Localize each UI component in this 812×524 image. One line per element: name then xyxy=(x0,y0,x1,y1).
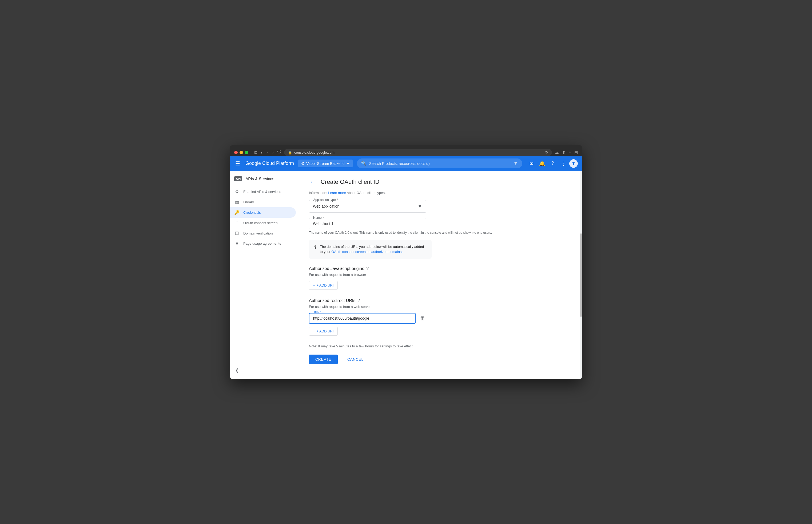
user-avatar[interactable]: T xyxy=(569,159,578,168)
sidebar-item-page-usage[interactable]: ≡ Page usage agreements xyxy=(230,239,296,249)
browser-window: ⊡ ▾ ‹ › 🛡 🔒 console.cloud.google.com ↻ ☁… xyxy=(230,145,582,379)
project-dropdown-icon: ▼ xyxy=(346,161,350,166)
nav-buttons: ‹ › xyxy=(266,149,275,155)
sidebar-item-enabled-apis[interactable]: ⚙ Enabled APIs & services xyxy=(230,186,296,197)
api-badge: API xyxy=(234,176,242,181)
page-icon: ≡ xyxy=(234,241,239,246)
browser-back-button[interactable]: ‹ xyxy=(266,149,270,155)
brand-logo: Google Cloud Platform xyxy=(245,161,294,166)
back-arrow-icon: ← xyxy=(310,179,316,185)
more-options-button[interactable]: ⋮ xyxy=(559,159,568,168)
cancel-button[interactable]: CANCEL xyxy=(341,355,370,364)
scrollbar-track xyxy=(580,171,582,379)
sidebar-toggle-button[interactable]: ⊡ xyxy=(253,149,259,155)
plus-icon: + xyxy=(313,283,315,287)
info-circle-icon: ℹ xyxy=(314,244,316,250)
notifications-bell-button[interactable]: 🔔 xyxy=(537,159,547,168)
info-text: Information: Learn more about OAuth clie… xyxy=(309,191,571,195)
content-area: ← Create OAuth client ID Information: Le… xyxy=(298,171,582,379)
sidebar-item-label: Domain verification xyxy=(243,231,273,235)
plus-icon: + xyxy=(313,329,315,333)
create-button[interactable]: CREATE xyxy=(309,355,338,364)
sidebar-item-library[interactable]: ▦ Library xyxy=(230,197,296,207)
action-buttons: CREATE CANCEL xyxy=(309,355,571,364)
sidebar-item-credentials[interactable]: 🔑 Credentials xyxy=(230,207,296,218)
lock-icon: 🔒 xyxy=(288,150,292,154)
search-bar[interactable]: 🔍 Search Products, resources, docs (/) ▼ xyxy=(357,159,522,168)
js-origins-subtitle: For use with requests from a browser xyxy=(309,273,571,277)
redirect-uris-subtitle: For use with requests from a web server xyxy=(309,305,571,309)
sidebar-nav: ⚙ Enabled APIs & services ▦ Library 🔑 Cr… xyxy=(230,186,298,249)
project-selector[interactable]: ⚙ Vapor Stream Backend ▼ xyxy=(298,160,353,167)
sidebar-item-domain-verification[interactable]: ☐ Domain verification xyxy=(230,228,296,239)
chevron-down-icon[interactable]: ▾ xyxy=(260,149,264,155)
browser-forward-button[interactable]: › xyxy=(271,149,275,155)
uri-input-row: URIs 1 * 🗑 xyxy=(309,313,571,324)
name-field: Name * The name of your OAuth 2.0 client… xyxy=(309,218,571,234)
refresh-icon[interactable]: ↻ xyxy=(545,150,548,154)
close-window-button[interactable] xyxy=(234,151,238,154)
settings-icon: ⚙ xyxy=(234,189,239,194)
domain-icon: ☐ xyxy=(234,231,239,236)
collapse-sidebar-button[interactable]: ❮ xyxy=(234,366,240,374)
redirect-uris-help-icon[interactable]: ? xyxy=(358,298,360,303)
info-box: ℹ The domains of the URIs you add below … xyxy=(309,240,432,259)
sidebar-item-label: Page usage agreements xyxy=(243,242,281,245)
search-icon: 🔍 xyxy=(361,161,366,166)
add-js-origin-uri-button[interactable]: + + ADD URI xyxy=(309,281,338,290)
sidebar-item-label: Enabled APIs & services xyxy=(243,190,281,194)
sidebar-item-oauth-consent[interactable]: ⁚ OAuth consent screen xyxy=(230,218,296,228)
notifications-email-button[interactable]: ✉ xyxy=(527,159,536,168)
trash-icon: 🗑 xyxy=(420,315,425,321)
browser-titlebar: ⊡ ▾ ‹ › 🛡 🔒 console.cloud.google.com ↻ ☁… xyxy=(230,145,582,156)
sidebar-item-label: Credentials xyxy=(243,211,261,214)
add-redirect-uri-button[interactable]: + + ADD URI xyxy=(309,327,338,335)
hamburger-menu-button[interactable]: ☰ xyxy=(234,159,241,168)
js-origins-section: Authorized JavaScript origins ? For use … xyxy=(309,266,571,290)
application-type-field: Application type * Web application ▼ xyxy=(309,200,571,213)
help-button[interactable]: ? xyxy=(548,159,558,168)
library-icon: ▦ xyxy=(234,200,239,204)
name-label: Name * xyxy=(312,216,325,219)
learn-more-link[interactable]: Learn more xyxy=(328,191,346,195)
search-dropdown-icon: ▼ xyxy=(513,161,518,166)
grid-icon[interactable]: ⊞ xyxy=(574,150,578,155)
uri-field-wrapper: URIs 1 * xyxy=(309,313,416,324)
info-box-text: The domains of the URIs you add below wi… xyxy=(320,244,426,255)
main-layout: API APIs & Services ⚙ Enabled APIs & ser… xyxy=(230,171,582,379)
application-type-select[interactable]: Web application ▼ xyxy=(309,200,426,213)
sidebar-item-label: OAuth consent screen xyxy=(243,221,278,225)
js-origins-help-icon[interactable]: ? xyxy=(366,266,369,271)
sidebar-item-label: Library xyxy=(243,200,254,204)
authorized-domains-link[interactable]: authorized domains xyxy=(371,250,401,254)
app-container: ☰ Google Cloud Platform ⚙ Vapor Stream B… xyxy=(230,156,582,379)
back-button[interactable]: ← xyxy=(309,177,317,186)
page-title: Create OAuth client ID xyxy=(321,179,379,185)
oauth-icon: ⁚ xyxy=(234,220,239,226)
page-header: ← Create OAuth client ID xyxy=(309,177,571,186)
oauth-consent-screen-link[interactable]: OAuth consent screen xyxy=(331,250,366,254)
uri-input[interactable] xyxy=(309,313,416,324)
maximize-window-button[interactable] xyxy=(245,151,248,154)
redirect-uris-section: Authorized redirect URIs ? For use with … xyxy=(309,298,571,335)
url-text: console.cloud.google.com xyxy=(294,150,334,154)
add-tab-icon[interactable]: + xyxy=(569,150,571,155)
share-icon[interactable]: ⬆ xyxy=(562,150,565,155)
security-icon: 🛡 xyxy=(277,150,281,155)
scrollbar-thumb[interactable] xyxy=(580,233,582,317)
application-type-value: Web application xyxy=(313,204,339,208)
traffic-lights xyxy=(234,151,248,154)
redirect-uris-title: Authorized redirect URIs ? xyxy=(309,298,571,303)
address-bar[interactable]: 🔒 console.cloud.google.com ↻ xyxy=(284,149,552,156)
browser-controls: ⊡ ▾ ‹ › 🛡 🔒 console.cloud.google.com ↻ ☁… xyxy=(234,149,578,156)
key-icon: 🔑 xyxy=(234,210,239,215)
js-origins-title: Authorized JavaScript origins ? xyxy=(309,266,571,271)
search-placeholder-text: Search Products, resources, docs (/) xyxy=(369,161,511,166)
nav-icons: ✉ 🔔 ? ⋮ T xyxy=(527,159,578,168)
project-name: Vapor Stream Backend xyxy=(306,161,345,166)
top-nav: ☰ Google Cloud Platform ⚙ Vapor Stream B… xyxy=(230,156,582,171)
delete-uri-button[interactable]: 🗑 xyxy=(419,314,426,322)
dropdown-arrow-icon: ▼ xyxy=(417,203,422,209)
name-input[interactable] xyxy=(309,218,426,229)
minimize-window-button[interactable] xyxy=(239,151,243,154)
